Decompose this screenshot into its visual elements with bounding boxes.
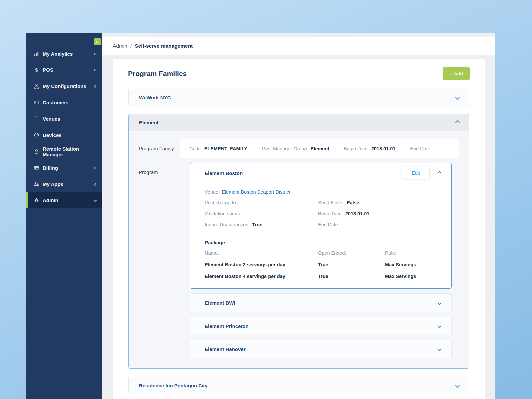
gauge-icon xyxy=(34,133,39,138)
sidebar-item-label: Admin xyxy=(43,198,58,203)
program-section: Program Element Boston Edit xyxy=(139,163,459,358)
chevron-down-icon xyxy=(94,199,97,201)
program-row-element-hanover[interactable]: Element Hanover xyxy=(190,340,452,358)
program-fields: Venue:Element Boston Seaport District Po… xyxy=(205,189,436,228)
family-name: Element xyxy=(139,120,158,125)
package-row-name: Element Boston 4 servings per day xyxy=(205,273,318,280)
end-date-label: End Date: xyxy=(410,146,432,151)
sidebar-item-my-apps[interactable]: My Apps xyxy=(26,176,102,192)
chevron-down-icon xyxy=(455,95,460,100)
ignore-unauthorized-field: Ignore Unauthorized:True xyxy=(205,221,318,228)
program-panel-element-boston: Element Boston Edit Venue:Element Boston… xyxy=(190,163,452,289)
chevron-left-icon xyxy=(94,166,97,169)
sidebar-item-label: Venues xyxy=(43,116,60,122)
family-row-wework-nyc[interactable]: WeWork NYC xyxy=(128,89,469,106)
sidebar-item-label: Billing xyxy=(43,165,58,171)
post-charge-field: Post charge to: xyxy=(205,200,318,206)
past-manager-group-field: Past Manager Group:Element xyxy=(262,146,329,151)
chevron-left-icon xyxy=(94,68,97,71)
family-name: Residence Inn Pentagon City xyxy=(139,383,208,388)
chevron-down-icon xyxy=(437,301,442,305)
sidebar-item-label: Customers xyxy=(43,100,68,105)
sliders-icon xyxy=(34,182,39,187)
sidebar-item-customers[interactable]: Customers xyxy=(26,94,102,111)
package-row-open-ended: True xyxy=(318,262,385,268)
code-field: Code:ELEMENT_FAMILY xyxy=(189,146,247,151)
sidebar-item-my-analytics[interactable]: My Analytics xyxy=(26,46,102,62)
breadcrumb: Admin / Self-serve management xyxy=(102,37,495,55)
gear-icon xyxy=(34,198,39,203)
end-date-label: End Date: xyxy=(318,222,339,227)
breadcrumb-current: Self-serve management xyxy=(135,43,193,49)
program-row-element-boston[interactable]: Element Boston Edit xyxy=(190,163,451,183)
family-name: WeWork NYC xyxy=(139,95,171,100)
program-name: Element Princeton xyxy=(205,323,249,329)
program-name: Element BWI xyxy=(205,300,235,306)
chevron-down-icon xyxy=(455,383,460,388)
sidebar-item-venues[interactable]: Venues xyxy=(26,111,102,127)
edit-button[interactable]: Edit xyxy=(402,167,429,179)
begin-date-field: Begin Date:2018.01.01 xyxy=(318,210,436,217)
sidebar-item-billing[interactable]: Billing xyxy=(26,160,102,176)
chevron-down-icon xyxy=(437,347,442,351)
main-content: Admin / Self-serve management Program Fa… xyxy=(102,33,495,399)
sidebar-item-remote-station-manager[interactable]: Remote Station Manager xyxy=(26,143,102,160)
program-label: Program xyxy=(139,163,180,175)
breadcrumb-admin-link[interactable]: Admin xyxy=(113,43,127,49)
chevron-left-icon xyxy=(94,183,97,185)
family-row-residence-inn-pentagon-city[interactable]: Residence Inn Pentagon City xyxy=(128,377,469,394)
package-header-name: Name: xyxy=(205,250,318,256)
chevron-left-icon xyxy=(94,52,97,55)
chevron-down-icon xyxy=(437,324,442,328)
sidebar: My Analytics $ POS My Configurations Cus… xyxy=(26,33,102,399)
sidebar-item-admin[interactable]: Admin xyxy=(26,192,102,208)
begin-date-field: Begin Date:2018.01.01 xyxy=(344,146,395,151)
past-manager-group-value: Element xyxy=(311,146,329,151)
chevron-up-icon xyxy=(437,171,442,175)
credit-card-icon xyxy=(34,165,39,170)
code-value: ELEMENT_FAMILY xyxy=(204,146,247,151)
venue-field: Venue:Element Boston Seaport District xyxy=(205,189,436,195)
end-date-field: End Date: xyxy=(318,221,436,228)
sidebar-item-label: POS xyxy=(43,67,53,73)
program-name: Element Hanover xyxy=(205,346,246,352)
venue-label: Venue: xyxy=(205,189,220,195)
sidebar-item-label: My Analytics xyxy=(43,51,73,57)
begin-date-label: Begin Date: xyxy=(344,146,369,151)
send-blinks-label: Send Blinks: xyxy=(318,200,345,205)
sidebar-item-label: My Apps xyxy=(43,181,63,187)
ignore-unauthorized-value: True xyxy=(252,222,262,227)
past-manager-group-label: Past Manager Group: xyxy=(262,146,308,151)
dollar-icon: $ xyxy=(34,67,39,73)
chevron-up-icon xyxy=(455,120,460,125)
sidebar-nav: My Analytics $ POS My Configurations Cus… xyxy=(26,33,102,208)
post-charge-label: Post charge to: xyxy=(205,200,237,205)
package-row-rule: Max Servings xyxy=(385,262,436,268)
code-label: Code: xyxy=(189,146,202,151)
venue-link[interactable]: Element Boston Seaport District xyxy=(222,189,290,195)
page-title: Program Families xyxy=(128,70,187,78)
family-accordion-list: WeWork NYC Element Program Family Code:E… xyxy=(113,89,485,394)
bar-chart-icon xyxy=(34,51,39,56)
chevron-left-icon xyxy=(96,40,99,43)
program-row-element-princeton[interactable]: Element Princeton xyxy=(190,317,452,335)
begin-date-value: 2018.01.01 xyxy=(371,146,396,151)
lock-icon xyxy=(34,149,39,154)
validation-source-label: Validation source: xyxy=(205,211,243,216)
sidebar-item-label: Devices xyxy=(43,132,62,138)
program-accordion-list: Element Boston Edit Venue:Element Boston… xyxy=(190,163,452,358)
id-card-icon xyxy=(34,100,39,105)
building-icon xyxy=(34,116,39,121)
program-row-element-bwi[interactable]: Element BWI xyxy=(190,293,452,312)
family-panel-element: Element Program Family Code:ELEMENT_FAMI… xyxy=(128,114,469,369)
sidebar-item-devices[interactable]: Devices xyxy=(26,127,102,143)
sidebar-collapse-button[interactable] xyxy=(94,38,101,45)
sidebar-item-my-configurations[interactable]: My Configurations xyxy=(26,78,102,94)
family-row-element[interactable]: Element xyxy=(129,114,469,131)
package-header-open-ended: Open Ended: xyxy=(318,250,385,256)
breadcrumb-separator: / xyxy=(130,43,132,49)
card-header: Program Families + Add xyxy=(113,59,485,89)
add-button[interactable]: + Add xyxy=(443,67,470,80)
sidebar-item-pos[interactable]: $ POS xyxy=(26,62,102,78)
package-section-title: Package: xyxy=(205,240,436,245)
